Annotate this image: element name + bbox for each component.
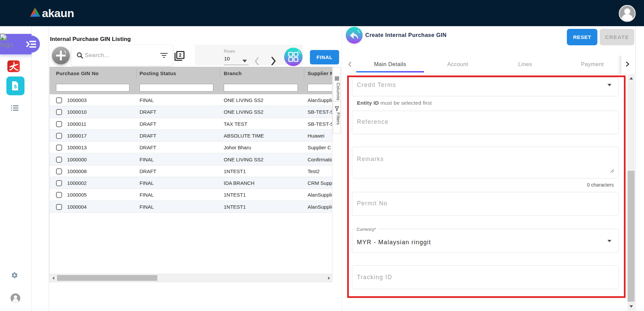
svg-text:akaun: akaun: [42, 7, 74, 19]
svg-text:2: 2: [179, 52, 181, 58]
svg-text:$: $: [14, 84, 17, 89]
